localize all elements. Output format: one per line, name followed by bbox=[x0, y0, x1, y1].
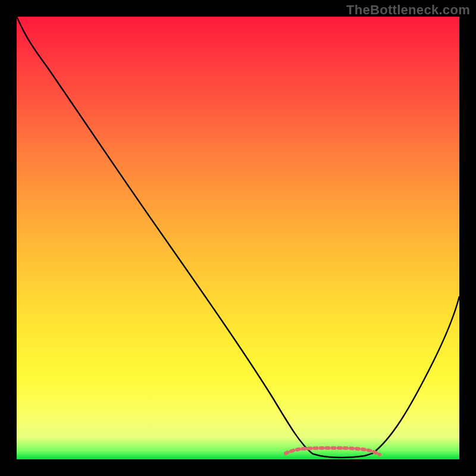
plot-area bbox=[17, 17, 459, 459]
bottleneck-curve-path bbox=[17, 17, 459, 458]
highlight-hump-path bbox=[286, 448, 380, 455]
chart-svg bbox=[17, 17, 459, 459]
watermark-text: TheBottleneck.com bbox=[346, 2, 470, 18]
